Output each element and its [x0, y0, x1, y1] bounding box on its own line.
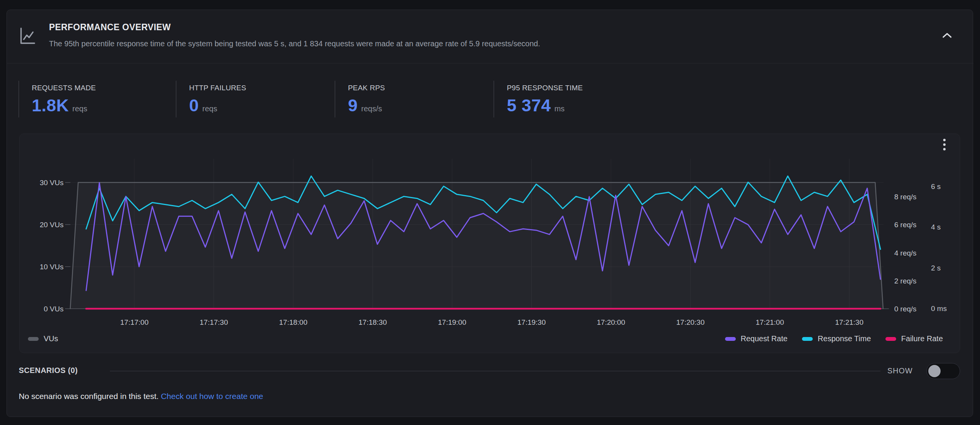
panel-title: PERFORMANCE OVERVIEW — [49, 22, 171, 33]
vus-swatch — [28, 337, 39, 341]
legend-item-response-time[interactable]: Response Time — [802, 334, 871, 343]
stat-value: 9 — [348, 96, 358, 116]
scenarios-empty-text: No scenario was configured in this test.… — [19, 392, 263, 401]
stat-requests-made: REQUESTS MADE 1.8K reqs — [32, 84, 177, 116]
header-divider — [7, 63, 973, 64]
chevron-up-icon — [942, 33, 952, 40]
stat-divider — [176, 81, 176, 117]
stat-label: REQUESTS MADE — [32, 84, 177, 92]
stat-unit: reqs — [72, 104, 87, 113]
chart-card — [19, 134, 960, 353]
stat-value: 0 — [189, 96, 199, 116]
response-time-swatch — [802, 337, 813, 341]
request-rate-swatch — [725, 337, 736, 341]
stat-label: PEAK RPS — [348, 84, 493, 92]
legend-item-vus[interactable]: VUs — [28, 334, 58, 343]
stat-unit: reqs/s — [361, 104, 382, 113]
stat-divider — [493, 81, 494, 117]
chart-menu-button[interactable] — [937, 137, 952, 154]
create-scenario-link[interactable]: Check out how to create one — [161, 392, 263, 401]
failure-rate-swatch — [885, 337, 896, 341]
stat-label: P95 RESPONSE TIME — [507, 84, 652, 92]
stat-peak-rps: PEAK RPS 9 reqs/s — [348, 84, 493, 116]
empty-text-label: No scenario was configured in this test. — [19, 392, 161, 401]
legend-label: VUs — [44, 334, 58, 343]
stat-value: 5 374 — [507, 96, 551, 116]
stat-http-failures: HTTP FAILURES 0 reqs — [189, 84, 335, 116]
scenarios-heading: SCENARIOS (0) — [19, 366, 78, 375]
performance-overview-page: PERFORMANCE OVERVIEW The 95th percentile… — [0, 0, 980, 425]
show-label: SHOW — [887, 366, 913, 375]
toggle-knob — [928, 365, 941, 377]
collapse-panel-button[interactable] — [939, 30, 956, 42]
stat-label: HTTP FAILURES — [189, 84, 335, 92]
stat-divider — [335, 81, 335, 117]
chart-legend-right: Request Rate Response Time Failure Rate — [725, 334, 943, 343]
legend-item-failure-rate[interactable]: Failure Rate — [885, 334, 943, 343]
stat-unit: ms — [554, 104, 565, 113]
legend-label: Request Rate — [741, 334, 787, 343]
stat-divider — [18, 81, 19, 117]
stat-p95-response-time: P95 RESPONSE TIME 5 374 ms — [507, 84, 652, 116]
scenarios-rule — [110, 371, 880, 371]
panel-subtitle: The 95th percentile response time of the… — [49, 39, 540, 48]
scenarios-show-toggle[interactable] — [926, 363, 960, 379]
legend-item-request-rate[interactable]: Request Rate — [725, 334, 787, 343]
stat-unit: reqs — [203, 104, 217, 113]
legend-label: Response Time — [818, 334, 871, 343]
line-chart-icon — [19, 27, 36, 46]
kebab-icon — [942, 138, 946, 153]
chart-legend-left: VUs — [28, 334, 58, 343]
legend-label: Failure Rate — [901, 334, 943, 343]
stat-value: 1.8K — [32, 96, 69, 116]
